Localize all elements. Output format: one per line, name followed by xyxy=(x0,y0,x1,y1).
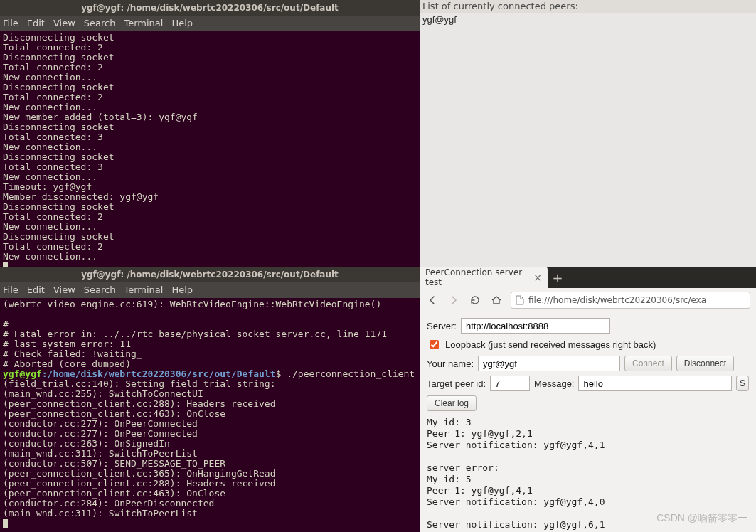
home-icon xyxy=(491,294,502,306)
url-field[interactable]: file:///home/disk/webrtc20220306/src/exa xyxy=(511,292,750,309)
terminal-title: ygf@ygf: /home/disk/webrtc20220306/src/o… xyxy=(0,267,420,282)
target-input[interactable] xyxy=(490,376,530,391)
clearlog-button[interactable]: Clear log xyxy=(427,395,477,411)
menu-search[interactable]: Search xyxy=(84,282,116,298)
name-label: Your name: xyxy=(427,358,474,369)
terminal-title: ygf@ygf: /home/disk/webrtc20220306/src/o… xyxy=(0,0,420,16)
target-label: Target peer id: xyxy=(427,378,486,389)
menu-view[interactable]: View xyxy=(53,282,75,298)
peer-list-window: List of currently connected peers: ygf@y… xyxy=(420,0,756,267)
terminal-menubar: File Edit View Search Terminal Help xyxy=(0,282,420,298)
terminal-output[interactable]: (webrtc_video_engine.cc:619): WebRtcVide… xyxy=(0,298,420,532)
reload-icon xyxy=(469,294,481,306)
arrow-left-icon xyxy=(427,294,438,306)
page-body: Server: Loopback (just send received mes… xyxy=(420,312,756,532)
terminal-output[interactable]: Disconnecting socketTotal connected: 2Di… xyxy=(0,31,420,267)
disconnect-button[interactable]: Disconnect xyxy=(676,356,734,371)
menu-edit[interactable]: Edit xyxy=(27,282,45,298)
tab-title: PeerConnection server test xyxy=(425,267,528,287)
message-input[interactable] xyxy=(578,376,732,391)
server-input[interactable] xyxy=(461,318,610,334)
browser-toolbar: file:///home/disk/webrtc20220306/src/exa xyxy=(420,288,756,312)
loopback-label: Loopback (just send received messages ri… xyxy=(445,339,656,350)
arrow-right-icon xyxy=(448,294,459,306)
browser-window: PeerConnection server test × + file:/ xyxy=(420,267,756,532)
forward-button[interactable] xyxy=(447,293,461,307)
menu-search[interactable]: Search xyxy=(84,16,116,31)
log-output: My id: 3 Peer 1: ygf@ygf,2,1 Server noti… xyxy=(427,417,749,532)
reload-button[interactable] xyxy=(468,293,482,307)
menu-view[interactable]: View xyxy=(53,16,75,31)
terminal-menubar: File Edit View Search Terminal Help xyxy=(0,16,420,31)
plus-icon: + xyxy=(552,270,563,285)
peer-list-header: List of currently connected peers: xyxy=(420,0,756,13)
menu-terminal[interactable]: Terminal xyxy=(124,16,163,31)
browser-tabbar: PeerConnection server test × + xyxy=(420,267,756,288)
menu-edit[interactable]: Edit xyxy=(27,16,45,31)
menu-file[interactable]: File xyxy=(3,16,18,31)
terminal-window-top: ygf@ygf: /home/disk/webrtc20220306/src/o… xyxy=(0,0,420,267)
peer-list-item[interactable]: ygf@ygf xyxy=(422,14,753,25)
back-button[interactable] xyxy=(425,293,440,307)
loopback-checkbox[interactable] xyxy=(430,340,439,349)
newtab-button[interactable]: + xyxy=(548,267,568,288)
menu-file[interactable]: File xyxy=(3,282,18,298)
message-label: Message: xyxy=(534,378,574,389)
menu-terminal[interactable]: Terminal xyxy=(124,282,163,298)
connect-button[interactable]: Connect xyxy=(624,356,672,371)
menu-help[interactable]: Help xyxy=(171,16,193,31)
url-text: file:///home/disk/webrtc20220306/src/exa xyxy=(528,295,706,305)
close-icon[interactable]: × xyxy=(533,273,542,282)
server-label: Server: xyxy=(427,321,457,331)
peer-list-content: ygf@ygf xyxy=(420,13,756,26)
send-button[interactable]: S xyxy=(736,376,749,391)
name-input[interactable] xyxy=(478,356,620,371)
browser-tab[interactable]: PeerConnection server test × xyxy=(420,267,548,288)
file-icon xyxy=(516,295,524,305)
terminal-window-bottom: ygf@ygf: /home/disk/webrtc20220306/src/o… xyxy=(0,267,420,532)
menu-help[interactable]: Help xyxy=(171,282,193,298)
home-button[interactable] xyxy=(489,293,504,307)
